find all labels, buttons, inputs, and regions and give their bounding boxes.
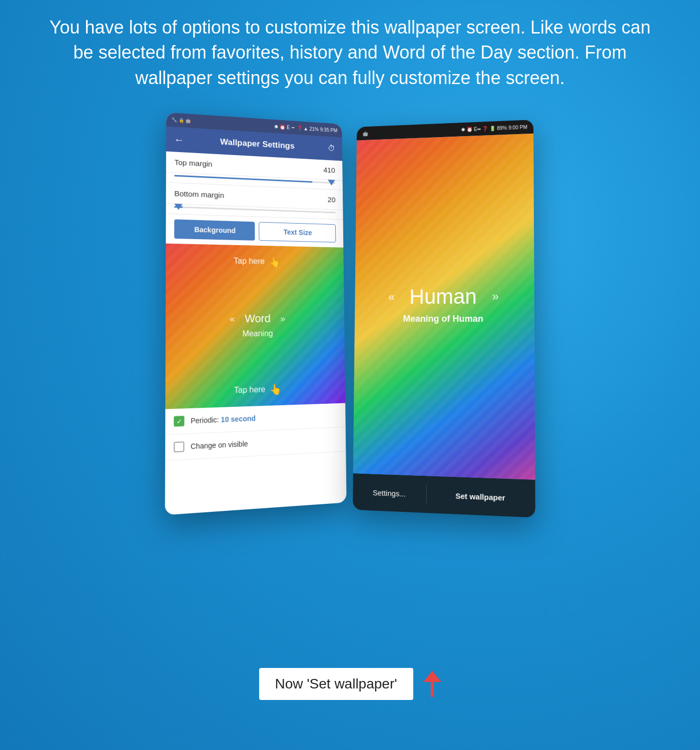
arrow-up-icon [423, 671, 441, 682]
periodic-value: 10 second [221, 414, 255, 424]
periodic-checkbox[interactable]: ✓ [174, 416, 184, 427]
arrow-stem [431, 682, 434, 697]
bottom-margin-value: 20 [327, 195, 335, 204]
left-phone: 🔧 🔒 🤖 ✱ ⏰ E▪▪ ❓ ▲ 21% 9:35 PM ← Wallpape… [165, 113, 346, 515]
settings-content: Top margin 410 Bottom margin 20 [165, 152, 346, 461]
wallpaper-nav-right[interactable]: » [492, 289, 499, 303]
cta-box: Now 'Set wallpaper' [259, 668, 413, 700]
toolbar-title: Wallpaper Settings [190, 135, 322, 153]
change-visible-label: Change on visible [190, 440, 248, 451]
top-slider-thumb [327, 180, 335, 186]
left-status-icons-right: ✱ ⏰ E▪▪ ❓ ▲ 21% 9:35 PM [274, 124, 337, 133]
right-status-right: ✱ ⏰ E▪▪ ❓ 🔋 89% 9:00 PM [461, 124, 527, 132]
bottom-slider-thumb [174, 204, 183, 210]
nav-right[interactable]: » [280, 313, 285, 324]
phones-container: 🔧 🔒 🤖 ✱ ⏰ E▪▪ ❓ ▲ 21% 9:35 PM ← Wallpape… [168, 115, 533, 510]
wallpaper-nav-left[interactable]: « [388, 290, 394, 304]
preview-meaning: Meaning [242, 329, 273, 339]
set-wallpaper-button[interactable]: Set wallpaper [426, 485, 535, 508]
top-margin-value: 410 [323, 166, 335, 174]
tap-here-bottom-label: Tap here [234, 385, 265, 395]
header-text: You have lots of options to customize th… [0, 15, 700, 91]
wallpaper-preview[interactable]: Tap here 👆 « Word » Meaning Tap here 👆 [165, 244, 345, 409]
text-size-tab[interactable]: Text Size [259, 222, 336, 243]
right-phone: 🤖 ✱ ⏰ E▪▪ ❓ 🔋 89% 9:00 PM « Human » Mean… [352, 120, 535, 517]
tab-row: Background Text Size [166, 214, 343, 248]
periodic-label: Periodic: 10 second [191, 414, 256, 425]
wallpaper-right-lines [353, 134, 535, 480]
cta-container: Now 'Set wallpaper' [259, 668, 441, 700]
top-margin-label: Top margin [174, 158, 212, 168]
nav-left[interactable]: « [229, 314, 234, 324]
word-nav: « Word » [229, 312, 285, 325]
bottom-margin-label: Bottom margin [174, 189, 224, 200]
settings-button[interactable]: Settings... [353, 482, 426, 504]
back-button[interactable]: ← [174, 134, 184, 146]
left-status-icons-left: 🔧 🔒 🤖 [171, 117, 191, 123]
change-visible-checkbox[interactable] [174, 441, 184, 452]
cta-arrow [423, 671, 441, 697]
preview-word: Word [245, 312, 271, 325]
history-icon[interactable]: ⏱ [328, 144, 335, 153]
tap-here-bottom: Tap here 👆 [234, 383, 281, 397]
background-tab[interactable]: Background [174, 219, 255, 240]
wallpaper-main: « Human » Meaning of Human [353, 134, 535, 480]
right-status-left: 🤖 [362, 131, 368, 136]
hand-icon-bottom: 👆 [269, 383, 282, 396]
